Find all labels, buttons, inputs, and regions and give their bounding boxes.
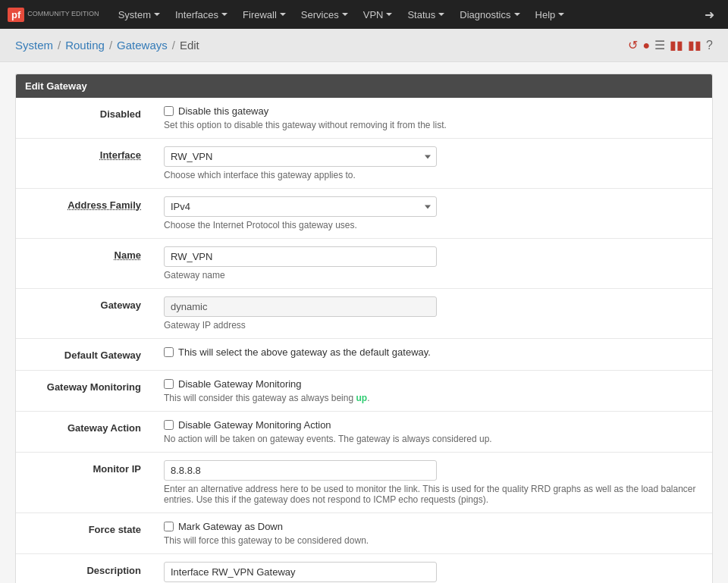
chart-icon[interactable]: ▮▮ (670, 38, 683, 52)
gateway-action-help: No action will be taken on gateway event… (164, 434, 701, 444)
control-force-state: Mark Gateway as Down This will force thi… (152, 513, 712, 554)
edit-gateway-panel: Edit Gateway Disabled Disable this gatew… (15, 74, 713, 583)
name-input[interactable] (164, 246, 437, 267)
refresh-icon[interactable]: ↺ (628, 38, 638, 52)
address-family-select[interactable]: IPv4 (164, 196, 437, 217)
breadcrumb-current: Edit (180, 39, 199, 52)
settings-icon[interactable]: ☰ (654, 38, 665, 52)
control-address-family: IPv4 Choose the Internet Protocol this g… (152, 189, 712, 239)
label-description: Description (16, 554, 152, 584)
nav-menu: System Interfaces Firewall Services VPN … (111, 0, 698, 29)
field-interface: Interface RW_VPN Choose which interface … (16, 139, 712, 189)
interface-select[interactable]: RW_VPN (164, 146, 437, 167)
circle-icon[interactable]: ● (642, 39, 650, 52)
panel-title: Edit Gateway (16, 74, 712, 98)
gateway-help: Gateway IP address (164, 320, 701, 331)
interface-help: Choose which interface this gateway appl… (164, 170, 701, 180)
field-force-state: Force state Mark Gateway as Down This wi… (16, 513, 712, 554)
control-description: A description may be entered here for re… (152, 554, 712, 584)
field-monitor-ip: Monitor IP Enter an alternative address … (16, 453, 712, 513)
form-table: Disabled Disable this gateway Set this o… (16, 98, 712, 583)
nav-item-firewall[interactable]: Firewall (235, 0, 293, 29)
field-default-gateway: Default Gateway This will select the abo… (16, 339, 712, 371)
label-interface: Interface (16, 139, 152, 189)
name-help: Gateway name (164, 270, 701, 281)
breadcrumb-sep-2: / (109, 39, 112, 52)
field-gateway-action: Gateway Action Disable Gateway Monitorin… (16, 412, 712, 453)
breadcrumb: System / Routing / Gateways / Edit (15, 39, 199, 52)
address-family-help: Choose the Internet Protocol this gatewa… (164, 220, 701, 230)
logo-box: pf (8, 8, 24, 22)
breadcrumb-bar: System / Routing / Gateways / Edit ↺ ● ☰… (0, 29, 728, 62)
address-family-select-wrapper: IPv4 (164, 196, 437, 217)
force-state-checkbox[interactable] (164, 522, 174, 531)
label-name: Name (16, 239, 152, 289)
logo-subtitle: COMMUNITY EDITION (27, 11, 99, 18)
disabled-checkbox-row: Disable this gateway (164, 105, 701, 117)
list-icon[interactable]: ▮▮ (688, 38, 701, 52)
interface-select-wrapper: RW_VPN (164, 146, 437, 167)
up-text: up (356, 393, 367, 403)
nav-item-system[interactable]: System (111, 0, 168, 29)
breadcrumb-sep-3: / (172, 39, 175, 52)
label-gateway-action: Gateway Action (16, 412, 152, 453)
breadcrumb-routing[interactable]: Routing (65, 39, 105, 52)
nav-item-services[interactable]: Services (293, 0, 356, 29)
label-address-family: Address Family (16, 189, 152, 239)
control-name: Gateway name (152, 239, 712, 289)
description-input[interactable] (164, 562, 437, 582)
field-gateway: Gateway Gateway IP address (16, 289, 712, 339)
control-gateway-monitoring: Disable Gateway Monitoring This will con… (152, 371, 712, 412)
logout-icon[interactable]: ➜ (698, 8, 720, 22)
navbar-right: ➜ (698, 8, 720, 22)
control-gateway-action: Disable Gateway Monitoring Action No act… (152, 412, 712, 453)
default-gateway-checkbox-row: This will select the above gateway as th… (164, 346, 701, 358)
disabled-help: Set this option to disable this gateway … (164, 120, 701, 130)
monitor-ip-input[interactable] (164, 460, 437, 481)
gateway-monitoring-checkbox-label: Disable Gateway Monitoring (178, 378, 302, 390)
nav-item-diagnostics[interactable]: Diagnostics (452, 0, 527, 29)
label-gateway: Gateway (16, 289, 152, 339)
label-gateway-monitoring: Gateway Monitoring (16, 371, 152, 412)
gateway-monitoring-checkbox[interactable] (164, 379, 174, 389)
disabled-checkbox[interactable] (164, 106, 174, 116)
field-address-family: Address Family IPv4 Choose the Internet … (16, 189, 712, 239)
field-name: Name Gateway name (16, 239, 712, 289)
control-gateway: Gateway IP address (152, 289, 712, 339)
gateway-input[interactable] (164, 296, 437, 317)
label-monitor-ip: Monitor IP (16, 453, 152, 513)
label-default-gateway: Default Gateway (16, 339, 152, 371)
gateway-monitoring-help: This will consider this gateway as alway… (164, 393, 701, 403)
label-disabled: Disabled (16, 98, 152, 139)
breadcrumb-actions: ↺ ● ☰ ▮▮ ▮▮ ? (628, 38, 713, 52)
field-description: Description A description may be entered… (16, 554, 712, 584)
default-gateway-checkbox-label: This will select the above gateway as th… (178, 346, 431, 358)
control-default-gateway: This will select the above gateway as th… (152, 339, 712, 371)
navbar: pf COMMUNITY EDITION System Interfaces F… (0, 0, 728, 29)
brand: pf COMMUNITY EDITION (8, 8, 99, 22)
main-content: Edit Gateway Disabled Disable this gatew… (0, 62, 728, 583)
field-gateway-monitoring: Gateway Monitoring Disable Gateway Monit… (16, 371, 712, 412)
force-state-help: This will force this gateway to be consi… (164, 535, 701, 546)
nav-item-interfaces[interactable]: Interfaces (168, 0, 235, 29)
field-disabled: Disabled Disable this gateway Set this o… (16, 98, 712, 139)
gateway-action-checkbox[interactable] (164, 420, 174, 430)
default-gateway-checkbox[interactable] (164, 347, 174, 357)
nav-item-status[interactable]: Status (400, 0, 452, 29)
breadcrumb-gateways[interactable]: Gateways (117, 39, 168, 52)
breadcrumb-system[interactable]: System (15, 39, 53, 52)
disabled-checkbox-label: Disable this gateway (178, 105, 268, 117)
gateway-action-checkbox-row: Disable Gateway Monitoring Action (164, 419, 701, 431)
gateway-action-checkbox-label: Disable Gateway Monitoring Action (178, 419, 331, 431)
gateway-monitoring-checkbox-row: Disable Gateway Monitoring (164, 378, 701, 390)
nav-item-vpn[interactable]: VPN (356, 0, 400, 29)
force-state-checkbox-label: Mark Gateway as Down (178, 521, 283, 532)
control-monitor-ip: Enter an alternative address here to be … (152, 453, 712, 513)
force-state-checkbox-row: Mark Gateway as Down (164, 521, 701, 532)
help-icon[interactable]: ? (706, 39, 713, 52)
label-force-state: Force state (16, 513, 152, 554)
breadcrumb-sep-1: / (58, 39, 61, 52)
monitor-ip-help: Enter an alternative address here to be … (164, 484, 701, 505)
nav-item-help[interactable]: Help (528, 0, 573, 29)
control-disabled: Disable this gateway Set this option to … (152, 98, 712, 139)
